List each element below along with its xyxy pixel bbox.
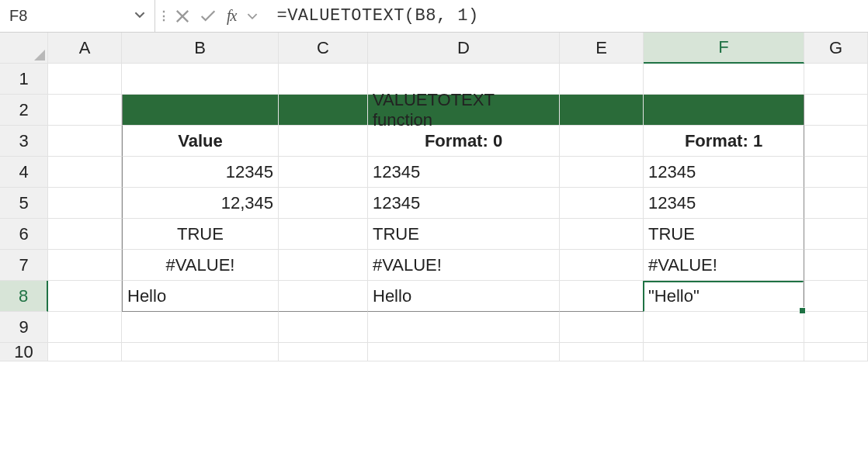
cell-c10[interactable] [279,343,368,361]
cell-value: 12,345 [221,193,273,213]
cell-f9[interactable] [644,312,804,343]
cell-d7[interactable]: #VALUE! [368,250,560,281]
row-header-10[interactable]: 10 [0,343,48,361]
col-header-b[interactable]: B [122,33,279,64]
enter-icon[interactable] [200,9,216,23]
cell-d5[interactable]: 12345 [368,188,560,219]
cell-b7[interactable]: #VALUE! [122,250,279,281]
cell-e2[interactable] [560,95,644,126]
cell-g7[interactable] [804,250,868,281]
cell-d2[interactable]: VALUETOTEXT function [368,95,560,126]
cell-f6[interactable]: TRUE [644,219,804,250]
cell-a1[interactable] [48,64,122,95]
cell-a8[interactable] [48,281,122,312]
row-header-9[interactable]: 9 [0,312,48,343]
row-header-1[interactable]: 1 [0,64,48,95]
cell-f1[interactable] [644,64,804,95]
row-header-8[interactable]: 8 [0,281,48,312]
cell-a6[interactable] [48,219,122,250]
cell-e1[interactable] [560,64,644,95]
col-header-e[interactable]: E [560,33,644,64]
cell-b10[interactable] [122,343,279,361]
col-header-c[interactable]: C [279,33,368,64]
name-box[interactable]: F8 [0,0,155,32]
cell-c9[interactable] [279,312,368,343]
formula-input[interactable]: =VALUETOTEXT(B8, 1) [266,0,868,32]
cell-c1[interactable] [279,64,368,95]
cell-d9[interactable] [368,312,560,343]
cell-c8[interactable] [279,281,368,312]
cell-g3[interactable] [804,126,868,157]
cell-e10[interactable] [560,343,644,361]
cell-a10[interactable] [48,343,122,361]
cell-e3[interactable] [560,126,644,157]
cell-g1[interactable] [804,64,868,95]
col-header-f[interactable]: F [644,33,804,64]
cell-d6[interactable]: TRUE [368,219,560,250]
cell-b3[interactable]: Value [122,126,279,157]
cell-c7[interactable] [279,250,368,281]
cell-e8[interactable] [560,281,644,312]
row-header-7[interactable]: 7 [0,250,48,281]
cell-c2[interactable] [279,95,368,126]
cell-g9[interactable] [804,312,868,343]
chevron-down-icon[interactable] [134,9,145,22]
row-header-2[interactable]: 2 [0,95,48,126]
cell-b9[interactable] [122,312,279,343]
cell-a2[interactable] [48,95,122,126]
cell-g8[interactable] [804,281,868,312]
cell-b2[interactable] [122,95,279,126]
col-header-g[interactable]: G [804,33,868,64]
col-header-d[interactable]: D [368,33,560,64]
row-header-5[interactable]: 5 [0,188,48,219]
cell-c6[interactable] [279,219,368,250]
cell-c5[interactable] [279,188,368,219]
cell-value: 12345 [226,162,273,182]
select-all-corner[interactable] [0,33,48,64]
cell-a3[interactable] [48,126,122,157]
cell-d8[interactable]: Hello [368,281,560,312]
fx-icon[interactable]: fx [227,7,236,25]
cell-a7[interactable] [48,250,122,281]
cell-f2[interactable] [644,95,804,126]
cell-a4[interactable] [48,157,122,188]
cell-g5[interactable] [804,188,868,219]
cell-f4[interactable]: 12345 [644,157,804,188]
cell-f3[interactable]: Format: 1 [644,126,804,157]
cell-g2[interactable] [804,95,868,126]
cell-b6[interactable]: TRUE [122,219,279,250]
cell-d10[interactable] [368,343,560,361]
cell-d4[interactable]: 12345 [368,157,560,188]
cell-d3[interactable]: Format: 0 [368,126,560,157]
cell-c3[interactable] [279,126,368,157]
cell-f10[interactable] [644,343,804,361]
cell-value: #VALUE! [373,255,442,275]
col-header-a[interactable]: A [48,33,122,64]
cell-b4[interactable]: 12345 [122,157,279,188]
cell-f7[interactable]: #VALUE! [644,250,804,281]
cell-b1[interactable] [122,64,279,95]
cancel-icon[interactable] [175,9,189,23]
cell-f5[interactable]: 12345 [644,188,804,219]
formula-bar-buttons: fx [172,0,266,32]
row-header-4[interactable]: 4 [0,157,48,188]
chevron-down-icon[interactable] [247,11,258,22]
cell-g10[interactable] [804,343,868,361]
cell-e5[interactable] [560,188,644,219]
cell-f8[interactable]: "Hello" [644,281,804,312]
row-header-3[interactable]: 3 [0,126,48,157]
row-header-6[interactable]: 6 [0,219,48,250]
cell-b8[interactable]: Hello [122,281,279,312]
cell-g4[interactable] [804,157,868,188]
cell-a5[interactable] [48,188,122,219]
cell-e4[interactable] [560,157,644,188]
cell-e9[interactable] [560,312,644,343]
cell-b5[interactable]: 12,345 [122,188,279,219]
cell-e6[interactable] [560,219,644,250]
cell-g6[interactable] [804,219,868,250]
cell-c4[interactable] [279,157,368,188]
header-value: Value [178,131,222,151]
cell-a9[interactable] [48,312,122,343]
cell-e7[interactable] [560,250,644,281]
spreadsheet-grid[interactable]: A B C D E F G 1 2 VALUETOTEXT function 3… [0,33,868,374]
